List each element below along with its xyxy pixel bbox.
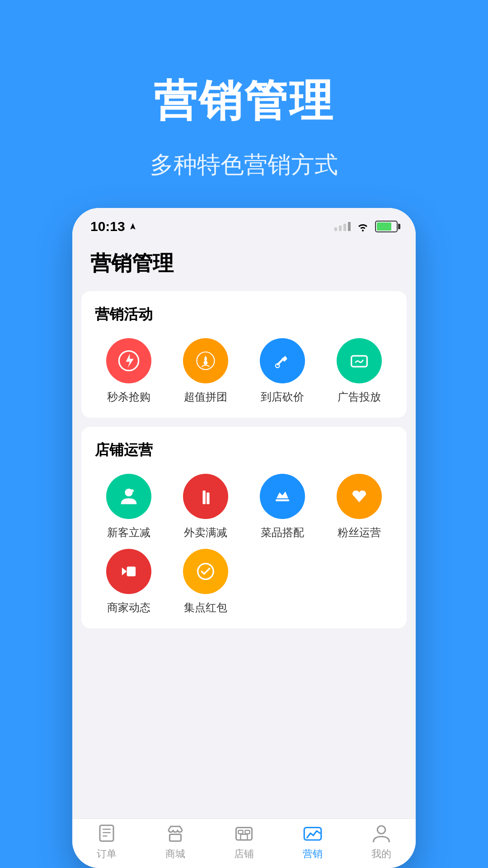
ad-placement-item[interactable]: 广告投放 (325, 338, 393, 404)
svg-rect-16 (170, 834, 181, 841)
new-customer-label: 新客立减 (107, 525, 150, 540)
delivery-discount-label: 外卖满减 (184, 525, 227, 540)
nav-store-label: 店铺 (234, 847, 254, 861)
wifi-icon (356, 222, 370, 231)
dish-combo-item[interactable]: 菜品搭配 (249, 474, 316, 540)
store-discount-icon (260, 338, 305, 383)
store-operation-title: 店铺运营 (95, 440, 393, 460)
merchant-dynamic-label: 商家动态 (107, 600, 150, 615)
store-discount-label: 到店砍价 (261, 390, 304, 404)
nav-store[interactable]: 店铺 (217, 822, 271, 861)
store-discount-item[interactable]: 到店砍价 (249, 338, 316, 404)
store-operation-card: 店铺运营 新客立减 (81, 427, 407, 628)
nav-marketing[interactable]: 营销 (286, 822, 340, 861)
nav-mall-icon (164, 822, 187, 844)
nav-mine-label: 我的 (371, 847, 391, 861)
ad-placement-label: 广告投放 (338, 390, 381, 404)
nav-store-icon (233, 822, 255, 844)
nav-mall[interactable]: 商城 (148, 822, 202, 861)
phone-content[interactable]: 营销活动 秒杀抢购 (72, 291, 416, 818)
collect-points-item[interactable]: 集点红包 (172, 549, 239, 615)
svg-rect-18 (241, 834, 248, 840)
nav-mall-label: 商城 (165, 847, 185, 861)
flash-sale-label: 秒杀抢购 (107, 390, 150, 404)
delivery-discount-icon (183, 474, 228, 519)
phone-mockup: 10:13 营销管理 营销活动 (72, 208, 416, 868)
new-customer-icon (106, 474, 151, 519)
svg-rect-7 (203, 491, 206, 504)
location-icon (129, 222, 137, 231)
svg-rect-10 (127, 566, 136, 576)
merchant-dynamic-icon (106, 549, 151, 594)
store-operation-grid: 新客立减 外卖满减 (95, 474, 393, 615)
svg-rect-20 (245, 830, 250, 834)
marketing-activity-card: 营销活动 秒杀抢购 (81, 291, 407, 418)
merchant-dynamic-item[interactable]: 商家动态 (95, 549, 163, 615)
flash-sale-icon (106, 338, 151, 383)
nav-orders[interactable]: 订单 (80, 822, 134, 861)
hero-section: 营销管理 多种特色营销方式 (0, 0, 488, 208)
collect-points-label: 集点红包 (184, 600, 227, 615)
page-title: 营销管理 (90, 250, 398, 278)
nav-orders-icon (95, 822, 118, 844)
status-time: 10:13 (90, 219, 137, 234)
group-buy-icon (183, 338, 228, 383)
marketing-activity-grid: 秒杀抢购 超值拼团 (95, 338, 393, 404)
fan-operation-label: 粉丝运营 (338, 525, 381, 540)
nav-orders-label: 订单 (97, 847, 117, 861)
svg-rect-19 (239, 830, 243, 834)
collect-points-icon (183, 549, 228, 594)
status-bar: 10:13 (72, 208, 416, 241)
dish-combo-icon (260, 474, 305, 519)
svg-rect-8 (206, 492, 210, 504)
svg-rect-9 (276, 500, 289, 501)
hero-title: 营销管理 (154, 72, 334, 131)
nav-mine-icon (370, 822, 393, 844)
flash-sale-item[interactable]: 秒杀抢购 (95, 338, 163, 404)
new-customer-item[interactable]: 新客立减 (95, 474, 163, 540)
group-buy-item[interactable]: 超值拼团 (172, 338, 239, 404)
svg-point-2 (204, 361, 208, 365)
status-icons (334, 221, 398, 232)
hero-subtitle: 多种特色营销方式 (150, 149, 338, 181)
group-buy-label: 超值拼团 (184, 390, 227, 404)
page-header: 营销管理 (72, 241, 416, 291)
nav-marketing-label: 营销 (303, 847, 323, 861)
svg-point-6 (125, 489, 132, 496)
fan-operation-item[interactable]: 粉丝运营 (325, 474, 393, 540)
delivery-discount-item[interactable]: 外卖满减 (172, 474, 239, 540)
nav-marketing-icon (301, 822, 324, 844)
battery-icon (375, 221, 398, 232)
marketing-activity-title: 营销活动 (95, 305, 393, 325)
phone-nav-bar: 订单 商城 店铺 营销 (72, 818, 416, 868)
fan-operation-icon (337, 474, 382, 519)
svg-rect-3 (276, 358, 284, 366)
ad-placement-icon (337, 338, 382, 383)
svg-point-22 (377, 826, 385, 834)
signal-dots (334, 222, 351, 231)
dish-combo-label: 菜品搭配 (261, 525, 304, 540)
nav-mine[interactable]: 我的 (354, 822, 408, 861)
